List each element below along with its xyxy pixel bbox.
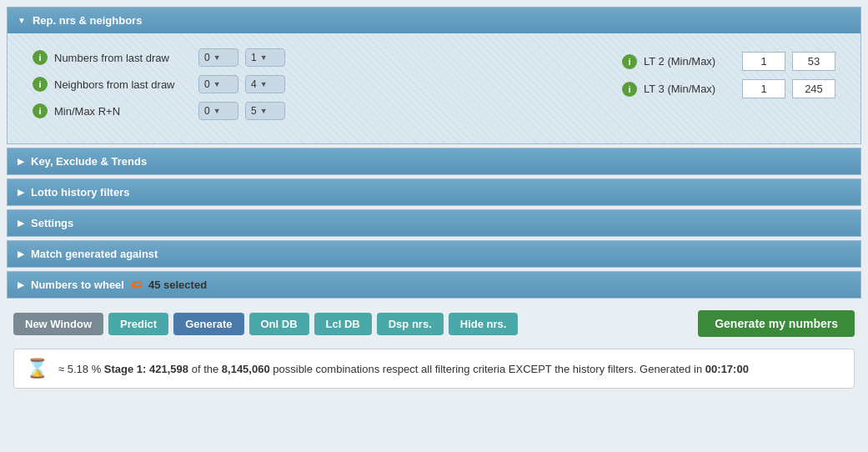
chevron-down-icon: ▼ [213,80,221,88]
minmax-rn-row: i Min/Max R+N 0 ▼ 5 ▼ [33,102,589,120]
hide-nrs-button[interactable]: Hide nrs. [449,313,519,335]
panel-numbers-wheel-title: Numbers to wheel [31,279,124,291]
neighbors-last-draw-label: Neighbors from last draw [54,78,192,91]
chevron-down-icon: ▼ [213,107,221,115]
status-total: 8,145,060 [222,363,270,375]
col-left: i Numbers from last draw 0 ▼ 1 ▼ i [33,48,589,128]
panel-rep-nrs-body: i Numbers from last draw 0 ▼ 1 ▼ i [8,33,860,143]
status-bar: ⌛ ≈ 5.18 % Stage 1: 421,598 of the 8,145… [13,349,855,389]
generate-my-numbers-button[interactable]: Generate my numbers [698,310,855,337]
panel-rep-nrs-inner: i Numbers from last draw 0 ▼ 1 ▼ i [33,48,835,128]
panel-rep-nrs-title: Rep. nrs & neighbors [33,14,142,27]
chevron-down-icon: ▼ [213,53,221,62]
lt3-max-input[interactable] [792,79,835,98]
panel-lotto-history: ▶ Lotto history filters [7,178,861,206]
minmax-rn-min-select[interactable]: 0 ▼ [198,102,238,120]
lt3-min-input[interactable] [742,79,785,98]
panel-lotto-history-title: Lotto history filters [31,186,129,198]
arrow-right-icon: ▶ [18,157,24,166]
panel-key-exclude-title: Key, Exclude & Trends [31,155,147,168]
panel-settings-title: Settings [31,217,73,229]
panel-settings: ▶ Settings [7,209,861,237]
panel-lotto-history-header[interactable]: ▶ Lotto history filters [8,179,860,205]
panel-rep-nrs: ▼ Rep. nrs & neighbors i Numbers from la… [7,7,861,144]
col-right: i LT 2 (Min/Max) i LT 3 (Min/Max) [622,48,835,98]
numbers-last-draw-row: i Numbers from last draw 0 ▼ 1 ▼ [33,48,589,67]
status-percent: ≈ 5.18 % [58,363,101,375]
panel-match-generated: ▶ Match generated against [7,240,861,268]
panel-key-exclude: ▶ Key, Exclude & Trends [7,148,861,175]
toolbar: New Window Predict Generate Onl DB Lcl D… [7,302,861,345]
status-message: possible combinations respect all filter… [273,363,702,375]
neighbors-last-draw-info-icon[interactable]: i [33,77,48,92]
panel-match-generated-header[interactable]: ▶ Match generated against [8,241,860,267]
lt3-label: LT 3 (Min/Max) [644,83,735,95]
panel-key-exclude-header[interactable]: ▶ Key, Exclude & Trends [8,148,860,174]
status-loading-icon: ⌛ [26,358,48,379]
status-time: 00:17:00 [705,363,749,375]
predict-button[interactable]: Predict [108,313,168,335]
neighbors-last-draw-max-select[interactable]: 4 ▼ [245,75,285,93]
status-count: 421,598 [149,363,188,375]
minmax-rn-label: Min/Max R+N [54,105,192,118]
minmax-rn-max-select[interactable]: 5 ▼ [245,102,285,120]
numbers-wheel-badge: 🏷 [131,279,142,291]
status-text: ≈ 5.18 % Stage 1: 421,598 of the 8,145,0… [58,363,749,375]
arrow-down-icon: ▼ [18,16,26,25]
chevron-down-icon: ▼ [260,53,268,62]
generate-button[interactable]: Generate [173,313,243,335]
main-content: ▼ Rep. nrs & neighbors i Numbers from la… [0,0,868,395]
lt3-row: i LT 3 (Min/Max) [622,79,835,98]
panel-settings-header[interactable]: ▶ Settings [8,210,860,236]
arrow-right-icon: ▶ [18,218,24,228]
chevron-down-icon: ▼ [260,107,268,115]
minmax-rn-info-icon[interactable]: i [33,103,48,118]
numbers-wheel-count: 45 selected [148,279,207,291]
panel-rep-nrs-header[interactable]: ▼ Rep. nrs & neighbors [8,8,860,33]
lcl-db-button[interactable]: Lcl DB [314,313,372,335]
lt2-label: LT 2 (Min/Max) [644,55,735,68]
panel-match-generated-title: Match generated against [31,248,158,260]
lt2-max-input[interactable] [792,52,835,71]
arrow-right-icon: ▶ [18,188,24,197]
numbers-last-draw-info-icon[interactable]: i [33,50,48,65]
onl-db-button[interactable]: Onl DB [249,313,309,335]
numbers-last-draw-max-select[interactable]: 1 ▼ [245,48,285,67]
numbers-last-draw-min-select[interactable]: 0 ▼ [198,48,238,67]
lt3-info-icon[interactable]: i [622,82,637,97]
arrow-right-icon: ▶ [18,249,24,259]
status-stage: Stage 1: [104,363,147,375]
lt2-info-icon[interactable]: i [622,54,637,69]
chevron-down-icon: ▼ [260,80,268,88]
lt2-min-input[interactable] [742,52,785,71]
new-window-button[interactable]: New Window [13,313,103,335]
lt2-row: i LT 2 (Min/Max) [622,52,835,71]
panel-numbers-wheel: ▶ Numbers to wheel 🏷 45 selected [7,271,861,299]
neighbors-last-draw-min-select[interactable]: 0 ▼ [198,75,238,93]
numbers-last-draw-label: Numbers from last draw [54,52,192,64]
arrow-right-icon: ▶ [18,280,24,289]
neighbors-last-draw-row: i Neighbors from last draw 0 ▼ 4 ▼ [33,75,589,93]
dsp-nrs-button[interactable]: Dsp nrs. [377,313,444,335]
panel-numbers-wheel-header[interactable]: ▶ Numbers to wheel 🏷 45 selected [8,272,860,298]
